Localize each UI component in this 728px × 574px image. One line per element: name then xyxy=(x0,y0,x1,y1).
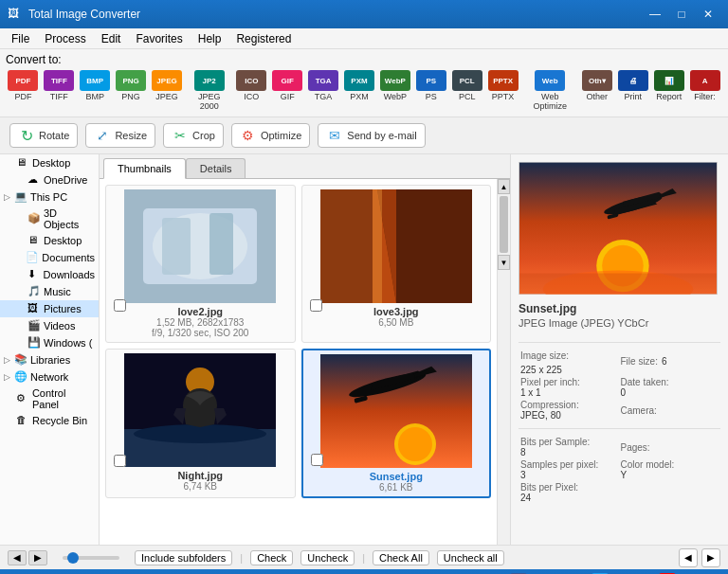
format-btn-tiff[interactable]: TIFF TIFF xyxy=(42,68,77,113)
format-btn-pptx[interactable]: PPTX PPTX xyxy=(485,68,520,113)
sidebar-label-3dobjects: 3D Objects xyxy=(44,207,95,230)
format-btn-print[interactable]: 🖨 Print xyxy=(615,68,650,113)
maximize-button[interactable]: □ xyxy=(669,5,694,24)
format-btn-j2k[interactable]: JP2 JPEG 2000 xyxy=(185,68,232,113)
thumbnail-sunset[interactable]: Sunset.jpg 6,61 KB xyxy=(301,349,492,498)
format-label-webopt: Web Optimize xyxy=(524,92,575,111)
sidebar-item-documents[interactable]: 📄 Documents xyxy=(0,249,99,266)
minimize-button[interactable]: — xyxy=(643,5,667,24)
sidebar-item-controlpanel[interactable]: ⚙ Control Panel xyxy=(0,386,99,412)
sidebar-item-libraries[interactable]: ▷ 📚 Libraries xyxy=(0,351,99,368)
sidebar-item-pictures[interactable]: 🖼 Pictures xyxy=(0,300,99,317)
compression-value: JPEG, 80 xyxy=(520,410,619,421)
thumb-image-love2 xyxy=(124,189,276,303)
format-btn-other[interactable]: Oth▾ Other xyxy=(579,68,614,113)
menu-edit[interactable]: Edit xyxy=(94,28,129,48)
include-subfolders-button[interactable]: Include subfolders xyxy=(135,550,232,565)
thumbnail-love2[interactable]: love2.jpg 1,52 MB, 2682x1783 f/9, 1/320 … xyxy=(105,185,296,343)
info-table: Image size: 225 x 225 File size: 6 Pixel… xyxy=(519,349,720,422)
menu-registered[interactable]: Registered xyxy=(228,28,299,48)
format-label-jpeg: JPEG xyxy=(155,92,178,101)
format-btn-pcl[interactable]: PCL PCL xyxy=(449,68,484,113)
format-label-report: Report xyxy=(656,92,682,101)
format-icon-pxm: PXM xyxy=(344,70,374,91)
email-button[interactable]: ✉ Send by e-mail xyxy=(318,123,425,148)
sidebar-item-windows[interactable]: 💾 Windows ( xyxy=(0,334,99,351)
tab-thumbnails[interactable]: Thumbnails xyxy=(103,158,186,179)
sidebar-item-desktop2[interactable]: 🖥 Desktop xyxy=(0,232,99,249)
info-row-compression: Compression: JPEG, 80 Camera: xyxy=(520,400,719,421)
zoom-slider[interactable] xyxy=(63,556,119,560)
sidebar-item-desktop[interactable]: 🖥 Desktop xyxy=(0,154,99,171)
scroll-right-button[interactable]: ▶ xyxy=(701,548,720,567)
uncheck-button[interactable]: Uncheck xyxy=(300,550,355,565)
app-title: Total Image Converter xyxy=(28,8,643,21)
thumb-checkbox-love3[interactable] xyxy=(310,299,322,312)
menu-file[interactable]: File xyxy=(4,28,37,48)
slider-thumb[interactable] xyxy=(67,552,79,564)
format-btn-pxm[interactable]: PXM PXM xyxy=(342,68,377,113)
thumb-checkbox-love2[interactable] xyxy=(114,299,126,312)
sidebar-label-desktop: Desktop xyxy=(32,157,70,169)
format-btn-ico[interactable]: ICO ICO xyxy=(234,68,269,113)
tab-details[interactable]: Details xyxy=(186,158,246,178)
optimize-button[interactable]: ⚙ Optimize xyxy=(231,123,310,148)
svg-rect-8 xyxy=(373,189,382,303)
format-btn-tga[interactable]: TGA TGA xyxy=(306,68,341,113)
check-button[interactable]: Check xyxy=(250,550,293,565)
nav-left-button[interactable]: ◀ xyxy=(8,550,27,565)
info-table2: Bits per Sample: 8 Pages: Samples per pi… xyxy=(519,435,720,505)
scroll-down-button[interactable]: ▼ xyxy=(498,255,510,270)
format-btn-pdf[interactable]: PDF PDF xyxy=(6,68,41,113)
sidebar-item-downloads[interactable]: ⬇ Downloads xyxy=(0,266,99,283)
scroll-up-button[interactable]: ▲ xyxy=(498,179,510,194)
scrollbar[interactable]: ▲ ▼ xyxy=(497,179,510,545)
thumb-checkbox-sunset[interactable] xyxy=(311,454,323,466)
thumbnail-night[interactable]: Night.jpg 6,74 KB xyxy=(105,349,296,498)
format-label-bmp: BMP xyxy=(85,92,104,101)
format-btn-webopt[interactable]: Web Web Optimize xyxy=(521,68,578,113)
format-icon-print: 🖨 xyxy=(618,70,648,91)
menu-help[interactable]: Help xyxy=(191,28,229,48)
check-all-button[interactable]: Check All xyxy=(373,550,429,565)
thumbnail-love3[interactable]: love3.jpg 6,50 MB xyxy=(301,185,492,343)
sidebar-label-windows: Windows ( xyxy=(44,337,92,349)
thumb-checkbox-night[interactable] xyxy=(114,455,126,467)
close-button[interactable]: ✕ xyxy=(696,5,720,24)
format-icon-gif: GIF xyxy=(272,70,302,91)
format-btn-webp[interactable]: WebP WebP xyxy=(377,68,412,113)
format-btn-filter[interactable]: A Filter: xyxy=(687,68,722,113)
sidebar-item-videos[interactable]: 🎬 Videos xyxy=(0,317,99,334)
thumb-filename-love2: love2.jpg xyxy=(177,306,223,317)
sidebar-item-recycle[interactable]: 🗑 Recycle Bin xyxy=(0,412,99,429)
sidebar-item-onedrive[interactable]: ☁ OneDrive xyxy=(0,171,99,188)
format-btn-png[interactable]: PNG PNG xyxy=(114,68,149,113)
nav-right-button[interactable]: ▶ xyxy=(28,550,47,565)
format-btn-ps[interactable]: PS PS xyxy=(413,68,448,113)
sidebar-item-network[interactable]: ▷ 🌐 Network xyxy=(0,368,99,386)
sidebar-item-thispc[interactable]: ▷ 💻 This PC xyxy=(0,188,99,206)
format-icon-webp: WebP xyxy=(380,70,410,91)
format-btn-gif[interactable]: GIF GIF xyxy=(270,68,305,113)
thumb-image-love3 xyxy=(320,189,472,303)
sidebar-label-documents: Documents xyxy=(42,252,95,263)
scroll-left-button[interactable]: ◀ xyxy=(679,548,698,567)
resize-button[interactable]: ⤢ Resize xyxy=(85,123,155,148)
sidebar-item-music[interactable]: 🎵 Music xyxy=(0,283,99,300)
format-label-webp: WebP xyxy=(384,92,407,101)
format-icon-png: PNG xyxy=(116,70,146,91)
format-label-png: PNG xyxy=(121,92,140,101)
thumb-filename-love3: love3.jpg xyxy=(373,306,419,317)
uncheck-all-button[interactable]: Uncheck all xyxy=(437,550,504,565)
format-btn-bmp[interactable]: BMP BMP xyxy=(78,68,113,113)
sidebar-item-3dobjects[interactable]: 📦 3D Objects xyxy=(0,206,99,232)
rotate-button[interactable]: ↻ Rotate xyxy=(9,123,78,148)
menu-process[interactable]: Process xyxy=(37,28,93,48)
format-btn-jpeg[interactable]: JPEG JPEG xyxy=(150,68,185,113)
format-icon-ps: PS xyxy=(416,70,446,91)
crop-button[interactable]: ✂ Crop xyxy=(163,123,224,148)
menu-favorites[interactable]: Favorites xyxy=(128,28,190,48)
scroll-thumb[interactable] xyxy=(500,196,508,253)
sidebar-icon-documents: 📄 xyxy=(26,251,39,264)
format-btn-report[interactable]: 📊 Report xyxy=(651,68,686,113)
